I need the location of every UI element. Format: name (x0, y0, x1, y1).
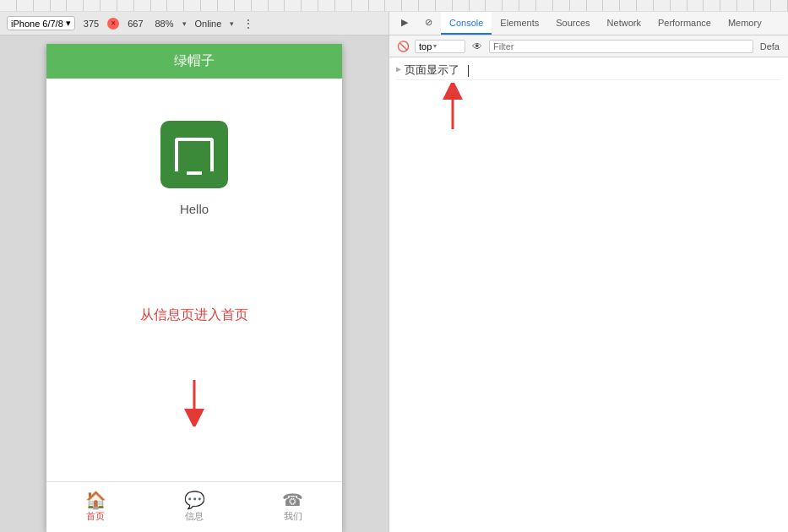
ruler-tick (620, 0, 637, 11)
ruler-tick (470, 0, 486, 11)
navigate-text: 从信息页进入首页 (140, 307, 248, 324)
down-arrow-annotation (182, 380, 207, 431)
device-selector[interactable]: iPhone 6/7/8 ▾ (7, 16, 75, 30)
tab-console-label: Console (449, 18, 483, 28)
context-selector[interactable]: top ▾ (415, 40, 465, 53)
ruler-tick (536, 0, 553, 11)
ruler-tick (385, 0, 402, 11)
ruler-tick (285, 0, 302, 11)
default-label: Defa (757, 41, 783, 52)
devtools-panel: ▶ ⊘ Console Elements Sources Network Per… (389, 12, 788, 532)
ruler-tick (269, 0, 285, 11)
up-arrow-annotation (436, 83, 470, 137)
ruler-tick (771, 0, 788, 11)
filter-input[interactable] (489, 40, 753, 53)
more-icon[interactable]: ⋮ (242, 17, 254, 30)
tab-sources[interactable]: Sources (547, 12, 598, 35)
tab-label-us: 我们 (284, 510, 302, 523)
ruler-tick (84, 0, 101, 11)
ruler-tick (654, 0, 671, 11)
devtools-btn-stop[interactable]: ⊘ (416, 12, 441, 35)
device-frame: 绿帽子 Hello 从信息页进入首页 (46, 44, 342, 532)
ruler-tick (235, 0, 252, 11)
tab-network[interactable]: Network (599, 12, 649, 35)
devtools-btn-play[interactable]: ▶ (393, 12, 416, 35)
ruler-tick (737, 0, 754, 11)
ruler-tick (503, 0, 519, 11)
ruler-tick (570, 0, 587, 11)
tab-network-label: Network (607, 18, 641, 28)
ruler-tick (486, 0, 503, 11)
ruler-tick (318, 0, 335, 11)
hello-text: Hello (180, 202, 209, 216)
network-label: Online (192, 18, 226, 30)
tab-item-us[interactable]: ☎ 我们 (243, 491, 342, 523)
ruler-tick (402, 0, 419, 11)
app-icon-shape (175, 138, 214, 171)
console-log-entry: ▶ 页面显示了 (396, 61, 781, 80)
width-value: 375 (80, 18, 102, 30)
mobile-simulator: iPhone 6/7/8 ▾ 375 × 667 88% ▾ Online ▾ … (0, 12, 389, 532)
ruler-tick (167, 0, 184, 11)
ruler-tick (453, 0, 470, 11)
chevron-down-icon: ▾ (66, 18, 71, 29)
stop-icon: ⊘ (425, 17, 432, 28)
ruler-tick (51, 0, 68, 11)
tab-item-messages[interactable]: 💬 信息 (145, 491, 244, 523)
zoom-label: 88% (152, 18, 177, 30)
tab-console[interactable]: Console (441, 12, 492, 35)
ruler-tick (754, 0, 771, 11)
eye-icon: 👁 (472, 41, 482, 52)
ruler-tick (117, 0, 134, 11)
context-value: top (419, 41, 432, 52)
devtools-tab-bar: ▶ ⊘ Console Elements Sources Network Per… (389, 12, 788, 35)
tab-memory[interactable]: Memory (720, 12, 770, 35)
ruler-bar (0, 0, 788, 12)
ruler-tick (603, 0, 620, 11)
height-value: 667 (124, 18, 146, 30)
ruler-tick (134, 0, 151, 11)
main-area: iPhone 6/7/8 ▾ 375 × 667 88% ▾ Online ▾ … (0, 12, 788, 532)
ruler-tick (17, 0, 34, 11)
close-button[interactable]: × (107, 18, 119, 30)
simulator-toolbar: iPhone 6/7/8 ▾ 375 × 667 88% ▾ Online ▾ … (0, 12, 389, 35)
ruler-tick (101, 0, 117, 11)
ruler-tick (553, 0, 570, 11)
ruler-tick (587, 0, 604, 11)
ruler-tick (151, 0, 168, 11)
ruler-tick (352, 0, 369, 11)
tab-memory-label: Memory (728, 18, 762, 28)
ruler-tick (704, 0, 720, 11)
console-cursor (468, 65, 469, 77)
app-header: 绿帽子 (46, 44, 342, 79)
tab-item-home[interactable]: 🏠 首页 (46, 491, 145, 523)
ruler-tick (335, 0, 352, 11)
device-label: iPhone 6/7/8 (11, 19, 63, 29)
chevron-down-icon-zoom: ▾ (182, 19, 187, 28)
phone-icon: ☎ (282, 491, 303, 508)
ruler-tick (436, 0, 453, 11)
ruler-tick (201, 0, 218, 11)
log-message: 页面显示了 (405, 64, 459, 77)
ruler-tick (720, 0, 737, 11)
tab-performance-label: Performance (658, 18, 711, 28)
play-icon: ▶ (401, 17, 408, 28)
ruler-tick (0, 0, 17, 11)
console-clear-btn[interactable]: 🚫 (394, 38, 411, 55)
ruler-tick (419, 0, 436, 11)
ruler-tick (184, 0, 201, 11)
tab-label-home: 首页 (86, 510, 105, 523)
ruler-tick (67, 0, 84, 11)
tab-performance[interactable]: Performance (649, 12, 720, 35)
ruler-tick (519, 0, 536, 11)
tab-bar: 🏠 首页 💬 信息 ☎ 我们 (46, 481, 342, 532)
devtools-toolbar: 🚫 top ▾ 👁 Defa (389, 35, 788, 57)
app-title: 绿帽子 (174, 53, 215, 68)
home-icon: 🏠 (85, 491, 106, 508)
tab-elements[interactable]: Elements (492, 12, 547, 35)
ruler-tick (218, 0, 235, 11)
app-body: Hello 从信息页进入首页 (46, 79, 342, 481)
ruler-tick (671, 0, 687, 11)
messages-icon: 💬 (184, 491, 205, 508)
eye-visibility-btn[interactable]: 👁 (469, 38, 486, 55)
